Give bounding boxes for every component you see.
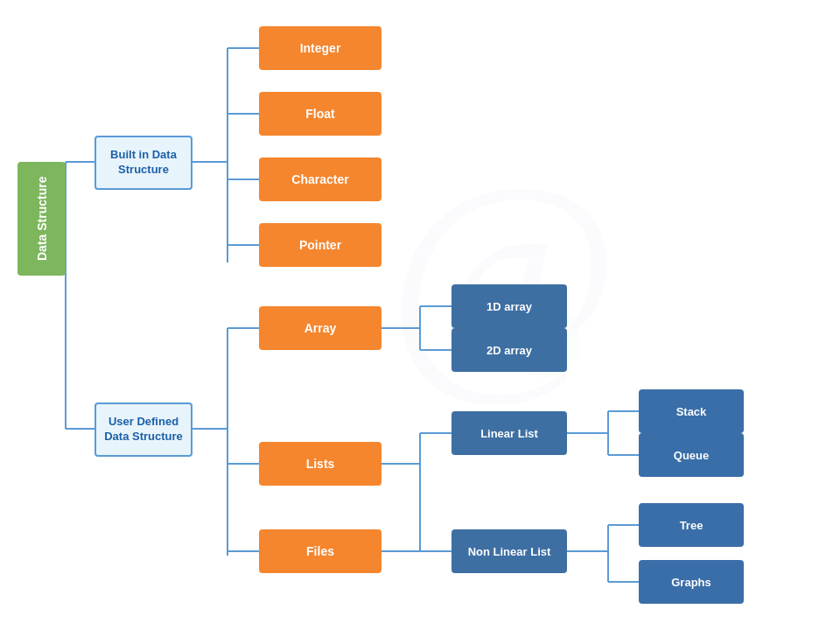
character-node: Character [259,158,382,201]
queue-node: Queue [639,433,744,477]
integer-node: Integer [259,26,382,70]
nonlinearlist-node: Non Linear List [452,529,567,573]
array2d-node: 2D array [452,328,567,372]
root-node: Data Structure [18,162,66,276]
pointer-node: Pointer [259,223,382,267]
linearlist-node: Linear List [452,411,567,455]
array1d-node: 1D array [452,284,567,328]
array-node: Array [259,306,382,350]
stack-node: Stack [639,389,744,433]
lists-node: Lists [259,442,382,486]
files-node: Files [259,529,382,573]
builtin-node: Built in Data Structure [94,136,192,190]
graphs-node: Graphs [639,560,744,604]
userdefined-node: User Defined Data Structure [94,402,192,457]
tree-node: Tree [639,503,744,547]
float-node: Float [259,92,382,136]
